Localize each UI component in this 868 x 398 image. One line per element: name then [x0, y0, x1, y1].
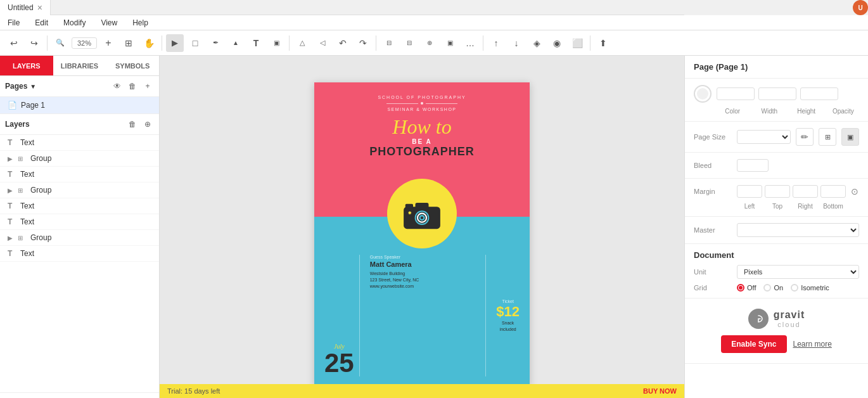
combine-button[interactable]: ⊕ [421, 34, 438, 52]
layer-item-7[interactable]: T Text [0, 246, 159, 262]
grid-option-on[interactable]: On [763, 284, 783, 292]
layer-item-5[interactable]: T Text [0, 214, 159, 230]
master-select[interactable] [737, 223, 859, 237]
page-visibility-icon[interactable]: 👁 [111, 80, 124, 93]
grid-option-isometric[interactable]: Isometric [791, 284, 829, 292]
layer-item-0[interactable]: T Text [0, 135, 159, 151]
card-camera-container [387, 179, 457, 248]
layer-item-2[interactable]: T Text [0, 167, 159, 183]
fit-button[interactable]: ⊞ [120, 34, 137, 52]
transform1-tool[interactable]: △ [293, 34, 311, 52]
add-button[interactable]: + [99, 34, 117, 52]
tab-layers[interactable]: LAYERS [0, 56, 53, 75]
shape-tool[interactable]: □ [186, 34, 204, 52]
unit-select[interactable]: Pixels [737, 265, 859, 279]
margin-row: Margin 0 0 0 0 ⊙ [694, 185, 859, 198]
page-size-icon2[interactable]: ⊞ [819, 128, 836, 146]
layer-text-icon-0: T [8, 138, 16, 147]
layer-item-3[interactable]: ▶ ⊞ Group [0, 183, 159, 198]
right-panel-title: Page (Page 1) [685, 56, 868, 79]
menu-file[interactable]: File [5, 17, 22, 29]
color-inner [697, 88, 708, 100]
document-label: Document [694, 250, 859, 260]
text-tool[interactable]: T [247, 34, 265, 52]
arr1-button[interactable]: ↑ [487, 34, 505, 52]
toolbar-divider-6 [590, 35, 590, 51]
menu-view[interactable]: View [98, 17, 120, 29]
margin-right-input[interactable]: 0 [793, 185, 818, 198]
tab-symbols[interactable]: SYMBOLS [106, 56, 159, 75]
arr3-button[interactable]: ◈ [528, 34, 546, 52]
tab-libraries[interactable]: LIBRARIES [53, 56, 106, 75]
redo2-button[interactable]: ↷ [354, 34, 372, 52]
arr4-button[interactable]: ◉ [548, 34, 566, 52]
buy-now-link[interactable]: BUY NOW [643, 387, 677, 395]
align2-button[interactable]: ⊟ [400, 34, 418, 52]
zoom-level[interactable]: 32% [72, 37, 97, 49]
pages-label[interactable]: Pages ▼ [5, 82, 36, 91]
arr5-button[interactable]: ⬜ [568, 34, 586, 52]
layer-item-6[interactable]: ▶ ⊞ Group [0, 230, 159, 246]
enable-sync-button[interactable]: Enable Sync [721, 335, 786, 353]
margin-link-icon[interactable]: ⊙ [848, 185, 861, 198]
canvas-area[interactable]: SCHOOL OF PHOTOGRAPHY SEMINAR & WORKSHOP… [160, 56, 684, 398]
page-size-select[interactable] [737, 130, 791, 144]
arr2-button[interactable]: ↓ [507, 34, 525, 52]
page-delete-icon[interactable]: 🗑 [126, 80, 139, 93]
layer-add-icon[interactable]: ⊕ [141, 118, 154, 131]
hand-tool[interactable]: ✋ [140, 34, 158, 52]
flip-tool[interactable]: ◁ [314, 34, 331, 52]
undo2-button[interactable]: ↶ [334, 34, 352, 52]
margin-top-input[interactable]: 0 [765, 185, 790, 198]
layer-name-0: Text [20, 138, 34, 147]
card-title-script: How to [392, 117, 451, 137]
document-tab[interactable]: Untitled × [0, 0, 51, 15]
camera-circle [387, 179, 457, 248]
redo-button[interactable]: ↪ [25, 34, 43, 52]
page-size-icon3[interactable]: ▣ [841, 128, 859, 146]
layer-name-7: Text [20, 249, 34, 258]
page-size-label: Page Size [694, 133, 732, 141]
layer-item-1[interactable]: ▶ ⊞ Group [0, 151, 159, 167]
margin-bottom-input[interactable]: 0 [820, 185, 846, 198]
page-size-section: Page Size ✏ ⊞ ▣ [685, 122, 868, 153]
height-input[interactable]: 1683.8 [758, 87, 796, 100]
width-input[interactable]: 1190.6 [717, 87, 755, 100]
toolbar-divider-3 [289, 35, 290, 51]
align1-button[interactable]: ⊟ [380, 34, 398, 52]
page-add-icon[interactable]: + [141, 80, 154, 93]
opacity-input[interactable]: 100% [800, 87, 838, 100]
menu-modify[interactable]: Modify [61, 17, 88, 29]
menu-help[interactable]: Help [130, 17, 151, 29]
gravit-sub: cloud [774, 321, 805, 328]
color-swatch[interactable] [694, 85, 712, 103]
pen-tool[interactable]: ✒ [207, 34, 224, 52]
grid-option-off[interactable]: Off [737, 284, 756, 292]
margin-left-input[interactable]: 0 [737, 185, 762, 198]
layer-delete-icon[interactable]: 🗑 [126, 118, 139, 131]
svg-point-6 [421, 216, 423, 219]
master-label: Master [694, 226, 732, 234]
radio-off-dot [737, 284, 744, 292]
image-tool[interactable]: ▣ [267, 34, 285, 52]
select-tool[interactable]: ▶ [166, 34, 184, 52]
export-button[interactable]: ⬆ [594, 34, 612, 52]
zoom-in-button[interactable]: 🔍 [51, 34, 69, 52]
close-tab-icon[interactable]: × [37, 3, 42, 12]
layers-actions: 🗑 ⊕ [126, 118, 154, 131]
more-button[interactable]: … [461, 34, 479, 52]
fill-tool[interactable]: ▲ [227, 34, 245, 52]
card-date: July 25 [324, 255, 360, 376]
menu-edit[interactable]: Edit [32, 17, 51, 29]
page-item-1[interactable]: 📄 Page 1 [0, 97, 159, 113]
page-size-icon1[interactable]: ✏ [796, 128, 814, 146]
learn-more-link[interactable]: Learn more [793, 340, 832, 349]
card-speaker-name: Matt Camera [370, 260, 481, 268]
radio-group-grid: Off On Isometric [737, 284, 829, 292]
undo-button[interactable]: ↩ [5, 34, 23, 52]
group-button[interactable]: ▣ [441, 34, 459, 52]
bleed-input[interactable]: 0 [737, 159, 769, 172]
layer-item-4[interactable]: T Text [0, 198, 159, 214]
card-title-main: PHOTOGRAPHER [369, 145, 475, 158]
user-avatar[interactable]: U [853, 0, 868, 15]
